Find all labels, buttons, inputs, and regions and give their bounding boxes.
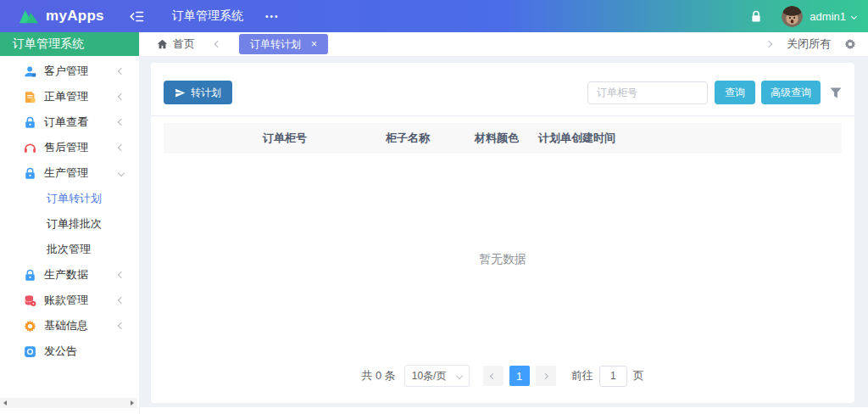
chevron-left-icon — [118, 297, 125, 304]
chevron-left-icon — [118, 271, 125, 278]
order-management-app: myApps 订单管理系统 ••• — [0, 0, 868, 414]
tab-scroll-right-icon[interactable] — [766, 42, 771, 47]
chevron-left-icon — [118, 322, 125, 329]
page-unit-label: 页 — [633, 368, 644, 383]
chevron-left-icon — [118, 93, 125, 100]
scroll-left-arrow-icon[interactable] — [3, 400, 7, 406]
tab-scroll-left-icon[interactable] — [215, 42, 220, 47]
current-page-button[interactable]: 1 — [509, 366, 530, 386]
chevron-down-icon — [455, 372, 462, 379]
sidebar-item-aftersales-management[interactable]: 售后管理 — [0, 135, 139, 160]
sidebar-item-customer-management[interactable]: 客户管理 — [0, 59, 139, 84]
tags-view-bar: 首页 订单转计划 × 关闭所有 — [140, 32, 868, 56]
app-logo: myApps — [19, 8, 104, 25]
page-size-select[interactable]: 10条/页 — [404, 365, 470, 387]
chevron-left-icon — [118, 144, 125, 151]
sidebar-item-label: 生产数据 — [44, 267, 119, 283]
sidebar-item-label: 生产管理 — [44, 165, 119, 181]
sidebar-item-announcements[interactable]: 发公告 — [0, 338, 139, 364]
sidebar-item-label: 客户管理 — [44, 64, 119, 79]
sidebar-item-order-view[interactable]: 订单查看 — [0, 109, 139, 135]
scroll-right-arrow-icon[interactable] — [131, 400, 134, 406]
more-menu-dots[interactable]: ••• — [265, 12, 280, 21]
sidebar-item-accounts-management[interactable]: 账款管理 — [0, 288, 139, 313]
chevron-down-icon[interactable] — [851, 13, 857, 19]
app-header: myApps 订单管理系统 ••• — [0, 0, 868, 32]
goto-page-input[interactable] — [599, 366, 627, 387]
main-content-area: 转计划 查询 高级查询 订单柜号 柜子名称 材料颜色 计划单创建时间 — [140, 56, 868, 407]
tab-label: 订单转计划 — [250, 37, 301, 52]
sidebar-item-production-data[interactable]: 生产数据 — [0, 262, 139, 288]
gear-icon — [24, 320, 36, 333]
sidebar-item-label: 售后管理 — [44, 140, 119, 155]
tab-home-label: 首页 — [173, 36, 195, 52]
transfer-to-plan-button[interactable]: 转计划 — [164, 81, 232, 104]
page-size-value: 10条/页 — [412, 369, 447, 383]
order-to-plan-panel: 转计划 查询 高级查询 订单柜号 柜子名称 材料颜色 计划单创建时间 — [151, 63, 854, 403]
sidebar-subitem-batch-management[interactable]: 批次管理 — [0, 237, 139, 262]
sidebar-item-basic-info[interactable]: 基础信息 — [0, 313, 139, 338]
logo-m-icon — [19, 9, 39, 24]
column-header-material-color: 材料颜色 — [475, 131, 538, 146]
sidebar-menu: 客户管理 正单管理 — [0, 56, 139, 398]
user-avatar[interactable] — [782, 6, 803, 27]
user-icon — [24, 65, 36, 78]
send-icon — [175, 87, 186, 98]
column-header-order-cabinet-no: 订单柜号 — [263, 131, 386, 146]
tab-bar-right-group: 关闭所有 — [766, 36, 856, 52]
toolbar: 转计划 查询 高级查询 — [151, 63, 854, 116]
tab-order-to-plan[interactable]: 订单转计划 × — [239, 34, 328, 54]
tab-close-icon[interactable]: × — [311, 38, 317, 50]
lock-icon — [24, 116, 36, 129]
next-page-button[interactable] — [536, 366, 556, 386]
chevron-left-icon — [118, 119, 125, 126]
pagination: 共 0 条 10条/页 1 前往 页 — [151, 365, 854, 403]
chevron-left-icon — [118, 68, 125, 75]
pagination-total: 共 0 条 — [361, 368, 395, 383]
tab-settings-gear-icon[interactable] — [844, 38, 856, 50]
prev-page-button[interactable] — [483, 366, 504, 386]
lock-icon — [24, 269, 36, 282]
logo-text: myApps — [46, 8, 104, 25]
sidebar-item-label: 账款管理 — [44, 293, 119, 308]
sidebar-item-label: 订单查看 — [44, 115, 119, 130]
headset-icon — [24, 142, 36, 154]
coins-icon — [24, 294, 36, 307]
sidebar-horizontal-scrollbar[interactable] — [0, 398, 137, 408]
sidebar-subitem-order-batching[interactable]: 订单排批次 — [0, 211, 139, 237]
sidebar-item-production-management[interactable]: 生产管理 — [0, 160, 139, 186]
order-doc-icon — [24, 91, 36, 104]
chevron-down-icon — [118, 170, 125, 176]
sidebar-subitem-order-to-plan[interactable]: 订单转计划 — [0, 186, 139, 211]
table-header-row: 订单柜号 柜子名称 材料颜色 计划单创建时间 — [164, 123, 842, 154]
menu-fold-icon[interactable] — [130, 10, 144, 23]
sidebar: 订单管理系统 客户管理 — [0, 32, 140, 414]
column-header-plan-created-time: 计划单创建时间 — [538, 131, 842, 146]
query-button[interactable]: 查询 — [715, 81, 755, 104]
filter-funnel-icon[interactable] — [830, 87, 842, 98]
system-title: 订单管理系统 — [172, 8, 243, 24]
lock-icon[interactable] — [751, 10, 761, 23]
username[interactable]: admin1 — [810, 10, 846, 23]
sidebar-title: 订单管理系统 — [0, 32, 139, 56]
header-right-group: admin1 — [751, 6, 868, 27]
empty-state-text: 暂无数据 — [151, 154, 854, 365]
sidebar-item-order-management[interactable]: 正单管理 — [0, 84, 139, 109]
order-cabinet-search-input[interactable] — [587, 81, 708, 104]
home-icon — [157, 39, 168, 49]
announce-icon — [24, 345, 36, 358]
sidebar-item-label: 基础信息 — [44, 318, 119, 333]
column-header-cabinet-name: 柜子名称 — [386, 131, 475, 146]
sidebar-item-label: 正单管理 — [44, 89, 119, 104]
close-all-tabs-button[interactable]: 关闭所有 — [787, 36, 831, 52]
sidebar-item-label: 发公告 — [44, 344, 124, 359]
tab-home[interactable]: 首页 — [157, 36, 195, 52]
advanced-query-button[interactable]: 高级查询 — [761, 81, 821, 104]
goto-page-label: 前往 — [571, 368, 593, 383]
lock-icon — [24, 167, 36, 180]
